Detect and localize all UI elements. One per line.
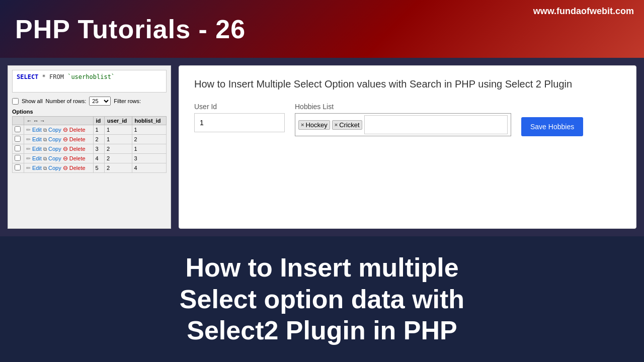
sql-query: SELECT * FROM `userhoblist` <box>12 70 167 93</box>
hobbies-select[interactable]: × Hockey × Cricket <box>295 113 511 136</box>
row-checkbox[interactable] <box>15 126 21 132</box>
delete-icon: ⊖ <box>63 155 68 162</box>
delete-link[interactable]: Delete <box>69 127 86 133</box>
row-actions: ✏ Edit ⧉ Copy ⊖ Delete <box>24 154 93 163</box>
bottom-text: How to Insert multiple Select option dat… <box>180 252 464 346</box>
hobbies-group: Hobbies List × Hockey × Cricket <box>295 103 511 136</box>
edit-link[interactable]: Edit <box>32 165 42 171</box>
edit-link[interactable]: Edit <box>32 136 42 142</box>
cell-id: 4 <box>93 154 105 163</box>
row-checkbox[interactable] <box>15 164 21 170</box>
col-hoblist-id: hoblist_id <box>132 117 166 125</box>
show-all-label: Show all <box>22 98 43 104</box>
website-url: www.fundaofwebit.com <box>533 6 634 17</box>
row-actions: ✏ Edit ⧉ Copy ⊖ Delete <box>24 135 93 144</box>
edit-icon: ✏ <box>26 165 31 171</box>
cricket-label: Cricket <box>339 121 359 129</box>
user-id-label: User Id <box>194 103 285 111</box>
cell-id: 3 <box>93 144 105 154</box>
row-checkbox[interactable] <box>15 136 21 142</box>
hockey-remove-icon[interactable]: × <box>301 122 304 128</box>
sql-keyword: SELECT <box>17 73 38 80</box>
bottom-banner: How to Insert multiple Select option dat… <box>0 236 644 362</box>
row-actions: ✏ Edit ⧉ Copy ⊖ Delete <box>24 144 93 154</box>
edit-icon: ✏ <box>26 136 31 142</box>
delete-link[interactable]: Delete <box>69 146 86 152</box>
table-row: ✏ Edit ⧉ Copy ⊖ Delete 2 1 2 <box>13 135 167 144</box>
edit-icon: ✏ <box>26 146 31 152</box>
copy-icon: ⧉ <box>43 146 47 152</box>
row-checkbox[interactable] <box>15 145 21 151</box>
cell-hoblist-id: 1 <box>132 144 166 154</box>
copy-link[interactable]: Copy <box>48 136 61 142</box>
options-header: Options <box>12 109 167 115</box>
edit-link[interactable]: Edit <box>32 155 42 161</box>
edit-link[interactable]: Edit <box>32 146 42 152</box>
delete-link[interactable]: Delete <box>69 165 86 171</box>
page-title: PHP Tutorials - 26 <box>15 14 246 44</box>
edit-link[interactable]: Edit <box>32 127 42 133</box>
copy-link[interactable]: Copy <box>48 127 61 133</box>
bottom-line1: How to Insert multiple <box>180 252 464 283</box>
cell-user-id: 1 <box>105 135 132 144</box>
hockey-label: Hockey <box>305 121 327 129</box>
table-row: ✏ Edit ⧉ Copy ⊖ Delete 4 2 3 <box>13 154 167 163</box>
delete-icon: ⊖ <box>63 145 68 152</box>
save-hobbies-button[interactable]: Save Hobbies <box>521 117 583 136</box>
main-content: SELECT * FROM `userhoblist` Show all Num… <box>0 58 644 236</box>
delete-icon: ⊖ <box>63 164 68 171</box>
col-actions: ← ↔ → <box>24 117 93 125</box>
copy-link[interactable]: Copy <box>48 146 61 152</box>
sql-table: `userhoblist` <box>67 73 115 80</box>
filter-label: Filter rows: <box>114 98 141 104</box>
copy-icon: ⧉ <box>43 137 47 142</box>
delete-link[interactable]: Delete <box>69 136 86 142</box>
delete-icon: ⊖ <box>63 136 68 143</box>
bottom-line3: Select2 Plugin in PHP <box>180 315 464 346</box>
form-title: How to Insert Multiple Select Option val… <box>194 78 621 90</box>
col-checkbox <box>13 117 24 125</box>
delete-link[interactable]: Delete <box>69 155 86 161</box>
cell-id: 1 <box>93 125 105 135</box>
cell-id: 2 <box>93 135 105 144</box>
cell-user-id: 2 <box>105 154 132 163</box>
col-id: id <box>93 117 105 125</box>
form-row: User Id Hobbies List × Hockey × Cricket <box>194 103 621 136</box>
table-row: ✏ Edit ⧉ Copy ⊖ Delete 5 2 4 <box>13 163 167 173</box>
bottom-line2: Select option data with <box>180 284 464 315</box>
copy-link[interactable]: Copy <box>48 165 61 171</box>
copy-icon: ⧉ <box>43 156 47 161</box>
cell-id: 5 <box>93 163 105 173</box>
cell-user-id: 2 <box>105 163 132 173</box>
db-table: ← ↔ → id user_id hoblist_id ✏ Edit ⧉ Cop… <box>12 116 167 173</box>
form-panel: How to Insert Multiple Select Option val… <box>179 65 636 229</box>
copy-icon: ⧉ <box>43 127 47 133</box>
cell-hoblist-id: 3 <box>132 154 166 163</box>
hockey-tag[interactable]: × Hockey <box>298 120 330 130</box>
row-actions: ✏ Edit ⧉ Copy ⊖ Delete <box>24 125 93 135</box>
cell-user-id: 2 <box>105 144 132 154</box>
user-id-input[interactable] <box>194 113 285 132</box>
copy-icon: ⧉ <box>43 165 47 171</box>
row-actions: ✏ Edit ⧉ Copy ⊖ Delete <box>24 163 93 173</box>
edit-icon: ✏ <box>26 127 31 133</box>
hobbies-label: Hobbies List <box>295 103 511 111</box>
cell-hoblist-id: 1 <box>132 125 166 135</box>
db-panel: SELECT * FROM `userhoblist` Show all Num… <box>8 65 171 229</box>
show-all-checkbox[interactable] <box>12 98 19 105</box>
cell-user-id: 1 <box>105 125 132 135</box>
rows-select[interactable]: 25 50 100 <box>89 97 111 106</box>
cell-hoblist-id: 4 <box>132 163 166 173</box>
edit-icon: ✏ <box>26 155 31 161</box>
cricket-tag[interactable]: × Cricket <box>332 120 362 130</box>
row-checkbox[interactable] <box>15 155 21 161</box>
table-row: ✏ Edit ⧉ Copy ⊖ Delete 1 1 1 <box>13 125 167 135</box>
cricket-remove-icon[interactable]: × <box>335 122 338 128</box>
header: PHP Tutorials - 26 www.fundaofwebit.com <box>0 0 644 58</box>
user-id-group: User Id <box>194 103 285 132</box>
delete-icon: ⊖ <box>63 126 68 133</box>
sql-star: * FROM <box>42 73 68 80</box>
hobbies-search-input[interactable] <box>364 115 508 134</box>
rows-label: Number of rows: <box>46 98 87 104</box>
copy-link[interactable]: Copy <box>48 155 61 161</box>
